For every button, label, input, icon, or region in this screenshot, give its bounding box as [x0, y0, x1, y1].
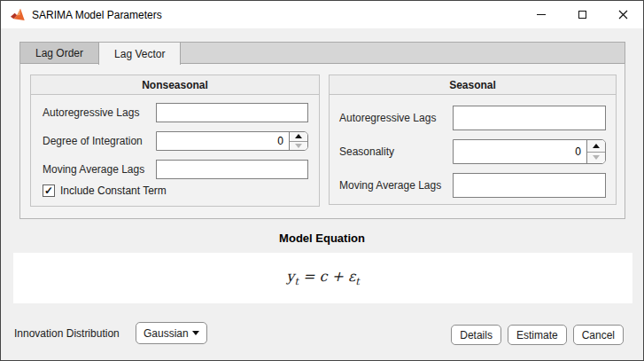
spinner-down-icon[interactable]	[587, 153, 605, 164]
window-title: SARIMA Model Parameters	[32, 9, 162, 21]
spinner-buttons	[289, 132, 307, 150]
spinner-buttons	[586, 140, 605, 163]
model-equation-box: yt = c + εt	[13, 253, 632, 303]
nonseasonal-ma-lags-input[interactable]	[156, 160, 308, 179]
degree-of-integration-spinner	[156, 131, 308, 151]
spinner-down-icon[interactable]	[290, 142, 307, 151]
seasonality-label: Seasonality	[339, 145, 394, 158]
estimate-button[interactable]: Estimate	[508, 325, 567, 345]
include-constant-label: Include Constant Term	[60, 184, 167, 197]
nonseasonal-ma-lags-label: Moving Average Lags	[43, 163, 144, 176]
close-icon[interactable]	[602, 1, 643, 28]
nonseasonal-ar-lags-label: Autoregressive Lags	[43, 106, 139, 119]
minimize-icon[interactable]	[521, 1, 562, 28]
innovation-distribution-label: Innovation Distribution	[14, 323, 120, 344]
seasonal-ma-lags-label: Moving Average Lags	[339, 179, 441, 192]
details-button[interactable]: Details	[451, 325, 501, 345]
model-equation-title: Model Equation	[1, 232, 643, 245]
maximize-icon[interactable]	[562, 1, 602, 28]
matlab-logo-icon	[11, 8, 26, 21]
lag-vector-tab-page: Nonseasonal Autoregressive Lags Degree o…	[19, 63, 625, 219]
seasonal-ma-lags-input[interactable]	[453, 173, 606, 198]
tab-bar: Lag Order Lag Vector	[19, 42, 625, 63]
nonseasonal-ar-lags-input[interactable]	[156, 103, 308, 122]
seasonality-spinner	[453, 139, 606, 164]
window-controls	[521, 1, 643, 28]
include-constant-term-row: ✓ Include Constant Term	[43, 184, 167, 197]
footer-buttons: Details Estimate Cancel	[451, 325, 624, 345]
seasonality-input[interactable]	[454, 140, 586, 163]
degree-of-integration-input[interactable]	[157, 132, 289, 150]
model-equation-formula: yt = c + εt	[286, 268, 359, 287]
tab-lag-vector[interactable]: Lag Vector	[98, 43, 181, 65]
nonseasonal-panel: Nonseasonal Autoregressive Lags Degree o…	[30, 75, 320, 207]
seasonal-ar-lags-input[interactable]	[453, 106, 606, 130]
chevron-down-icon	[192, 331, 199, 335]
nonseasonal-panel-title: Nonseasonal	[31, 75, 319, 95]
degree-of-integration-label: Degree of Integration	[43, 135, 143, 147]
tab-lag-order[interactable]: Lag Order	[20, 43, 99, 64]
seasonal-ar-lags-label: Autoregressive Lags	[339, 112, 436, 124]
cancel-button[interactable]: Cancel	[573, 325, 624, 345]
title-bar: SARIMA Model Parameters	[1, 1, 643, 28]
innovation-distribution-dropdown[interactable]: Gaussian	[136, 322, 207, 344]
sarima-dialog-window: SARIMA Model Parameters Lag Order Lag Ve…	[0, 0, 644, 361]
seasonal-panel: Seasonal Autoregressive Lags Seasonality…	[329, 75, 617, 205]
spinner-up-icon[interactable]	[290, 132, 307, 142]
distribution-selected-value: Gaussian	[144, 327, 189, 340]
seasonal-panel-title: Seasonal	[330, 75, 616, 95]
include-constant-checkbox[interactable]: ✓	[43, 184, 55, 197]
spinner-up-icon[interactable]	[587, 140, 605, 153]
